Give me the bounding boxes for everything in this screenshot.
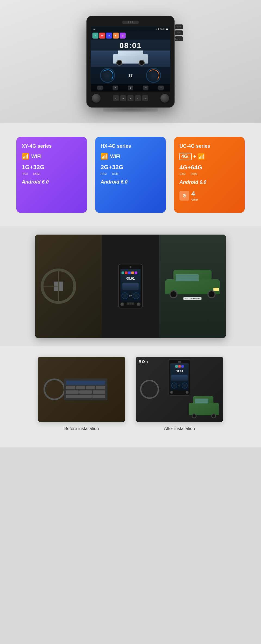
wifi-icon-hx: 📶 bbox=[101, 153, 108, 160]
gauge-center-value: 37 bbox=[128, 73, 133, 78]
wifi-icon-xy: 📶 bbox=[22, 153, 29, 160]
ctrl-btn-4[interactable]: ▼ bbox=[135, 95, 141, 101]
before-label: Before installation bbox=[64, 426, 99, 431]
uc-rom-label: ROM bbox=[191, 173, 197, 176]
right-knob[interactable] bbox=[160, 94, 169, 103]
suv-wheel-right bbox=[207, 290, 216, 298]
side-btn-nav[interactable]: NAV bbox=[175, 30, 183, 35]
screen-time: 08:01 bbox=[91, 41, 170, 50]
side-btn-radio[interactable]: RADIO bbox=[175, 24, 183, 29]
mini-gauges: 37 bbox=[122, 292, 140, 299]
xy-ram-label: RAM bbox=[22, 172, 28, 175]
device-top-vent bbox=[122, 21, 139, 24]
mini-gauge-left bbox=[122, 292, 128, 299]
ctrl-btn-3[interactable]: ▶ bbox=[128, 95, 133, 101]
ctrl-btn-1[interactable]: ▲ bbox=[113, 95, 119, 101]
mini-top-vent bbox=[120, 266, 141, 268]
dashboard-right-panel: TOYOTA PRADO bbox=[159, 235, 226, 338]
screen-status-bar: ▲ ♪ ✱ 08:01 ◼ bbox=[91, 27, 170, 31]
card-hx-android: Android 6.0 bbox=[101, 179, 160, 185]
after-gauge-row: 37 bbox=[171, 383, 188, 389]
wifi-icon-uc: 📶 bbox=[198, 153, 205, 160]
core-number: 4 core bbox=[191, 190, 198, 201]
dashboard-center-panel: 08:01 37 bbox=[102, 235, 159, 338]
ctrl-btn-2[interactable]: ◀ bbox=[120, 95, 126, 101]
side-btn-track[interactable]: ▲▼ TRACK bbox=[175, 36, 183, 41]
card-uc-memory: 4G+64G bbox=[179, 164, 239, 171]
status-icons-right: ♪ ✱ 08:01 ◼ bbox=[156, 28, 168, 30]
mini-gauge-num: 37 bbox=[129, 292, 132, 299]
after-car-silhouette bbox=[171, 375, 188, 381]
hx-ram-label: RAM bbox=[101, 172, 107, 175]
dashboard-image: 08:01 37 bbox=[35, 235, 226, 338]
card-xy-mem-label: RAM ROM bbox=[22, 172, 82, 175]
card-xy-title: XY-4G series bbox=[22, 143, 82, 149]
suv-wheel-left bbox=[169, 290, 178, 298]
dashboard-section: 08:01 37 bbox=[0, 226, 261, 346]
after-photo: 08:01 37 bbox=[136, 357, 223, 422]
badge-4g-icon: 4G+ bbox=[179, 153, 192, 160]
screen-nav-icons: ⌂ ☎ ✦ ▶ ⊞ bbox=[91, 31, 170, 40]
product-device: ▲ ♪ ✱ 08:01 ◼ ⌂ ☎ ✦ ▶ ⊞ 08:01 bbox=[87, 16, 174, 112]
series-card-uc: UC-4G series 4G+ + 📶 4G+64G RAM ROM Andr… bbox=[174, 137, 245, 213]
after-screen-time: 08:01 bbox=[176, 370, 183, 373]
device-right-panel: RADIO NAV ▲▼ TRACK bbox=[175, 24, 183, 41]
installed-device: 08:01 37 bbox=[118, 264, 143, 308]
left-knob[interactable] bbox=[92, 94, 101, 103]
nav-icon-apps: ⊞ bbox=[120, 33, 126, 39]
mini-gauge-right bbox=[133, 292, 139, 299]
device-outer-shell: ▲ ♪ ✱ 08:01 ◼ ⌂ ☎ ✦ ▶ ⊞ 08:01 bbox=[87, 16, 174, 107]
suv-vehicle: TOYOTA PRADO bbox=[163, 273, 222, 300]
card-hx-memory: 2G+32G bbox=[101, 164, 160, 171]
mini-screen-time: 08:01 bbox=[126, 277, 135, 280]
screen-car-image bbox=[91, 50, 170, 67]
chip-icon: ⚙ bbox=[179, 191, 189, 201]
before-interior bbox=[38, 357, 125, 422]
nav-icon-phone: ☎ bbox=[99, 33, 105, 39]
after-gauge-r bbox=[182, 383, 188, 389]
series-card-xy: XY-4G series 📶 WIFI 1G+32G RAM ROM Andro… bbox=[16, 137, 87, 213]
device-screen: ▲ ♪ ✱ 08:01 ◼ ⌂ ☎ ✦ ▶ ⊞ 08:01 bbox=[91, 27, 170, 92]
card-hx-mem-label: RAM ROM bbox=[101, 172, 160, 175]
card-xy-memory: 1G+32G bbox=[22, 164, 82, 171]
ctrl-btn-5[interactable]: OK bbox=[142, 95, 148, 101]
mini-car-image bbox=[122, 283, 139, 290]
hx-rom-label: ROM bbox=[112, 172, 118, 175]
card-hx-wifi: 📶 WIFI bbox=[101, 153, 160, 160]
before-photo bbox=[38, 357, 125, 422]
after-suv-wheel-right bbox=[211, 413, 216, 418]
nav-icon-video: ▶ bbox=[113, 33, 119, 39]
bottom-btn-home: ⌂ bbox=[97, 86, 103, 90]
mini-nav-row bbox=[122, 272, 139, 274]
device-controls: ▲ ◀ ▶ ▼ OK bbox=[91, 94, 170, 103]
gauge-right bbox=[146, 68, 161, 83]
card-xy-android: Android 6.0 bbox=[22, 179, 82, 185]
after-gauge-num: 37 bbox=[178, 383, 181, 389]
center-buttons: ▲ ◀ ▶ ▼ OK bbox=[113, 95, 148, 101]
wifi-label-hx: WIFI bbox=[110, 154, 120, 159]
after-mini-screen: 08:01 37 bbox=[170, 363, 189, 390]
wifi-label-xy: WIFI bbox=[31, 154, 42, 159]
bottom-btn-menu: ≡ bbox=[158, 86, 164, 90]
after-label: After installation bbox=[164, 426, 195, 431]
gauge-left bbox=[100, 68, 115, 83]
after-gauge-l bbox=[171, 383, 177, 389]
screen-bottom-bar: ⌂ ✦ ⏻ ◈ ≡ bbox=[91, 84, 170, 91]
before-after-images: Before installation bbox=[22, 357, 239, 431]
mini-screen: 08:01 37 bbox=[120, 269, 141, 302]
after-item: 08:01 37 bbox=[136, 357, 223, 431]
card-uc-4g-wifi: 4G+ + 📶 bbox=[179, 153, 239, 160]
bottom-btn-nav: ◈ bbox=[143, 86, 148, 90]
nav-icon-bt: ✦ bbox=[106, 33, 112, 39]
steering-wheel bbox=[41, 269, 76, 304]
card-uc-title: UC-4G series bbox=[179, 143, 239, 149]
hero-section: ▲ ♪ ✱ 08:01 ◼ ⌂ ☎ ✦ ▶ ⊞ 08:01 bbox=[0, 0, 261, 123]
status-icon: ▲ bbox=[93, 28, 95, 30]
suv-prado-badge: TOYOTA PRADO bbox=[183, 297, 201, 300]
after-suv-image bbox=[188, 397, 220, 419]
ron-label: ROn bbox=[139, 359, 148, 364]
mini-controls bbox=[120, 302, 141, 306]
screen-time-area: 08:01 bbox=[91, 40, 170, 50]
bottom-btn-back: ✦ bbox=[113, 86, 118, 90]
card-hx-title: HX-4G series bbox=[101, 143, 160, 149]
